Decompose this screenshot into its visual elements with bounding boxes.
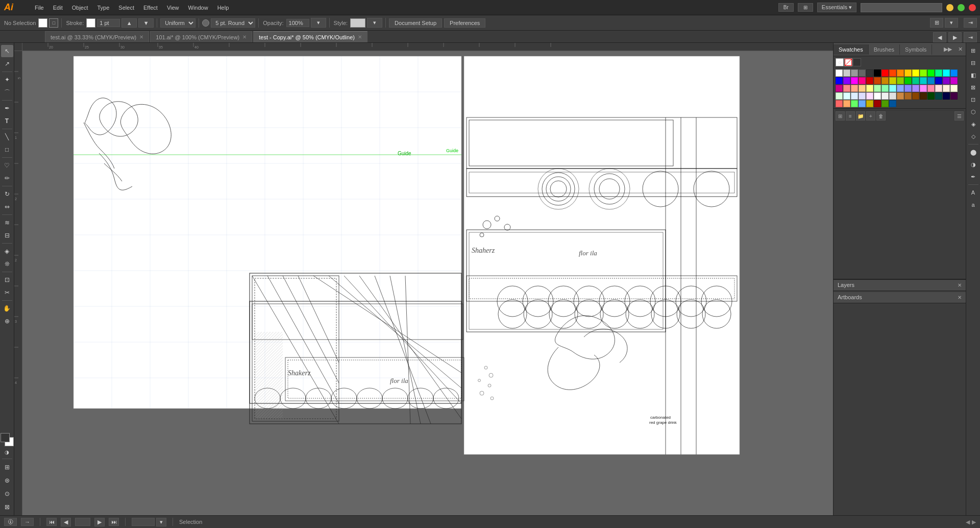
- swatch-item[interactable]: [912, 85, 919, 92]
- swatch-item[interactable]: [904, 92, 912, 100]
- swatch-item[interactable]: [851, 77, 858, 84]
- pencil-tool[interactable]: ✏: [1, 172, 13, 184]
- tab-scroll-right[interactable]: ▶: [948, 32, 962, 42]
- canvas-area[interactable]: Guide: [22, 51, 833, 515]
- arrange-icon[interactable]: ⊞: [930, 18, 943, 28]
- opacity-input[interactable]: [286, 19, 309, 27]
- registration-swatch[interactable]: ☆: [836, 58, 844, 66]
- swatch-item[interactable]: [851, 92, 858, 100]
- image-trace[interactable]: ⊠: [1, 501, 13, 513]
- blend-tool[interactable]: ◈: [1, 245, 13, 257]
- appearance-icon[interactable]: ◈: [968, 118, 979, 130]
- opentype-icon[interactable]: a: [968, 199, 979, 210]
- maximize-button[interactable]: [958, 4, 965, 11]
- swatch-menu[interactable]: ☰: [954, 111, 964, 121]
- swatch-item[interactable]: [874, 100, 881, 107]
- uniform-select[interactable]: Uniform: [160, 18, 195, 28]
- swatch-item[interactable]: [927, 85, 935, 92]
- swatch-view-list[interactable]: ≡: [846, 111, 855, 121]
- menu-help[interactable]: Help: [213, 4, 233, 12]
- swatch-item[interactable]: [843, 69, 850, 77]
- swatch-item[interactable]: [950, 77, 958, 84]
- black-swatch[interactable]: [853, 58, 861, 66]
- swatch-item[interactable]: [843, 85, 850, 92]
- zoom-dropdown-btn[interactable]: ▾: [156, 518, 166, 526]
- symbols-tab[interactable]: Symbols: [900, 44, 932, 55]
- swatch-item[interactable]: [950, 92, 958, 100]
- swatch-item[interactable]: [897, 69, 904, 77]
- swatch-item[interactable]: [851, 69, 858, 77]
- collapse-icon[interactable]: ⇥: [964, 18, 977, 28]
- swatch-item[interactable]: [912, 92, 919, 100]
- swatch-item[interactable]: [836, 77, 843, 84]
- stroke-width-input[interactable]: [97, 19, 120, 27]
- swatch-item[interactable]: [874, 85, 881, 92]
- swatch-item[interactable]: [843, 77, 850, 84]
- graph-tool[interactable]: ⊟: [1, 229, 13, 242]
- swatch-new-color-group[interactable]: 📁: [856, 111, 865, 121]
- artboards-close[interactable]: ✕: [958, 295, 962, 300]
- paintbrush-tool[interactable]: ♡: [1, 159, 13, 172]
- selection-tool[interactable]: ↖: [1, 45, 13, 57]
- close-button[interactable]: [969, 4, 976, 11]
- page-input[interactable]: 8: [75, 518, 90, 526]
- menu-effect[interactable]: Effect: [139, 4, 162, 12]
- swatch-show-kinds[interactable]: ⊞: [836, 111, 845, 121]
- swatch-item[interactable]: [889, 77, 896, 84]
- color-mode-icon[interactable]: ⬤: [0, 447, 2, 457]
- tab-3-close[interactable]: ✕: [358, 34, 362, 40]
- swatch-item[interactable]: [920, 69, 927, 77]
- swatch-item[interactable]: [920, 85, 927, 92]
- swatch-item[interactable]: [920, 77, 927, 84]
- swatch-item[interactable]: [881, 100, 889, 107]
- swatch-item[interactable]: [859, 69, 866, 77]
- brush-define[interactable]: ⊛: [1, 474, 13, 487]
- swatch-item[interactable]: [859, 85, 866, 92]
- gradient-icon[interactable]: ◑: [3, 447, 12, 457]
- swatch-item[interactable]: [904, 69, 912, 77]
- libraries-icon[interactable]: ⊞: [968, 45, 979, 56]
- swatch-item[interactable]: [881, 77, 889, 84]
- swatch-item[interactable]: [943, 85, 950, 92]
- swatch-item[interactable]: [904, 77, 912, 84]
- swatch-item[interactable]: [935, 77, 942, 84]
- swatch-item[interactable]: [927, 69, 935, 77]
- tab-1[interactable]: test.ai @ 33.33% (CMYK/Preview) ✕: [45, 31, 149, 42]
- swatch-item[interactable]: [866, 100, 873, 107]
- page-first-btn[interactable]: ⏮: [46, 518, 57, 526]
- hand-tool[interactable]: ✋: [1, 302, 13, 315]
- tab-2[interactable]: 101.ai* @ 100% (CMYK/Preview) ✕: [150, 31, 252, 42]
- stroke-width-up[interactable]: ▲: [121, 18, 137, 28]
- swatch-item[interactable]: [836, 100, 843, 107]
- swatch-item[interactable]: [889, 92, 896, 100]
- brushes-tab[interactable]: Brushes: [869, 44, 900, 55]
- swatch-item[interactable]: [904, 85, 912, 92]
- swatch-item[interactable]: [935, 85, 942, 92]
- swatch-item[interactable]: [950, 69, 958, 77]
- artboard-tool[interactable]: ⊡: [1, 274, 13, 286]
- type-tool[interactable]: T: [1, 115, 13, 127]
- pen-tool[interactable]: ✒: [1, 102, 13, 114]
- swatch-item[interactable]: [859, 100, 866, 107]
- swatches-tab[interactable]: Swatches: [834, 44, 869, 55]
- direct-selection-tool[interactable]: ↗: [1, 58, 13, 70]
- page-prev-btn[interactable]: ◀: [61, 518, 71, 526]
- swatch-item[interactable]: [866, 77, 873, 84]
- stroke-color[interactable]: [86, 18, 95, 28]
- swatch-item[interactable]: [881, 69, 889, 77]
- stroke-width-down[interactable]: ▼: [138, 18, 154, 28]
- tab-3[interactable]: test - Copy.ai* @ 50% (CMYK/Outline) ✕: [253, 31, 368, 42]
- swatch-item[interactable]: [920, 92, 927, 100]
- preferences-button[interactable]: Preferences: [444, 18, 485, 28]
- rotate-tool[interactable]: ↻: [1, 188, 13, 200]
- fill-color-swatch[interactable]: [38, 18, 47, 28]
- tab-menu[interactable]: ⇥: [964, 32, 977, 42]
- swatch-item[interactable]: [889, 100, 896, 107]
- menu-view[interactable]: View: [163, 4, 183, 12]
- swatch-item[interactable]: [851, 100, 858, 107]
- slice-tool[interactable]: ✂: [1, 286, 13, 299]
- status-arrow-btn[interactable]: →: [21, 518, 34, 526]
- symbol-tool[interactable]: ❊: [1, 258, 13, 270]
- document-setup-button[interactable]: Document Setup: [389, 18, 442, 28]
- menu-window[interactable]: Window: [184, 4, 212, 12]
